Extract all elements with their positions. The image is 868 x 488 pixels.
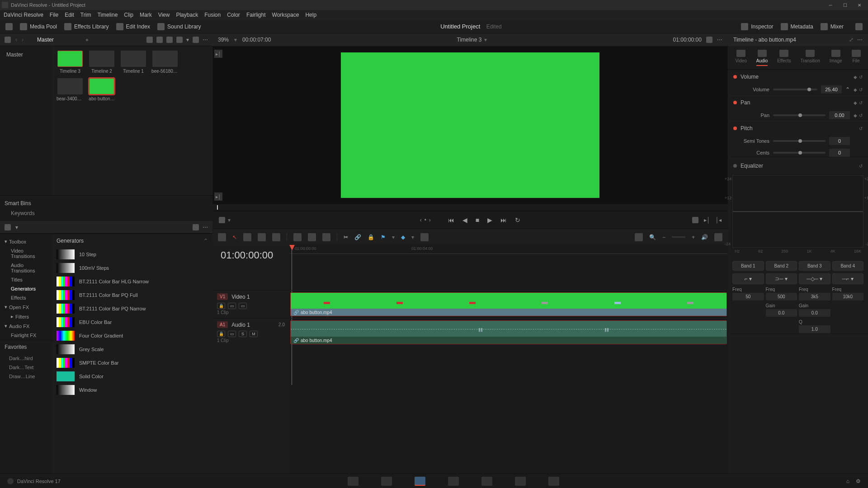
- menu-playback[interactable]: Playback: [176, 12, 198, 18]
- chevron-down-icon[interactable]: ▾: [411, 234, 414, 240]
- zoom-out-icon[interactable]: 🔍: [649, 234, 656, 240]
- menu-view[interactable]: View: [158, 12, 170, 18]
- fx-toolbox[interactable]: ▾Toolbox: [0, 237, 52, 246]
- eq-band-button[interactable]: Band 4: [832, 261, 864, 271]
- audio-track-header[interactable]: A1 Audio 1 2.0 🔒 ▭ S M 1 Clip: [212, 318, 289, 346]
- generator-item[interactable]: SMPTE Color Bar: [52, 356, 212, 370]
- timeline-ruler[interactable]: 01:00:00:00 01:00:04:00: [289, 245, 728, 254]
- enable-dot-icon[interactable]: [733, 101, 737, 104]
- volume-value[interactable]: 25.40: [821, 85, 842, 94]
- lock-track-icon[interactable]: 🔒: [217, 303, 225, 309]
- audio-clip[interactable]: ⦀⦀ ⦀⦀ 🔗abo button.mp4: [290, 320, 727, 344]
- disable-track-icon[interactable]: ▭: [239, 303, 247, 309]
- edit-index-toggle[interactable]: Edit Index: [116, 23, 150, 30]
- play-button[interactable]: ▶: [487, 216, 492, 224]
- media-clip[interactable]: Timeline 1: [120, 51, 147, 74]
- cut-page-tab[interactable]: [381, 477, 392, 486]
- settings-icon[interactable]: ⚙: [856, 478, 861, 484]
- fx-generators[interactable]: Generators: [0, 284, 52, 293]
- search-icon[interactable]: [176, 37, 183, 43]
- menu-fusion[interactable]: Fusion: [204, 12, 221, 18]
- dynamic-trim-icon[interactable]: [258, 233, 266, 241]
- fusion-page-tab[interactable]: [448, 477, 459, 486]
- smart-bin-keywords[interactable]: Keywords: [5, 210, 208, 216]
- audio-icon[interactable]: 🔊: [701, 234, 708, 240]
- list-view-icon[interactable]: [166, 37, 173, 43]
- fx-openfx[interactable]: ▾Open FX: [0, 302, 52, 312]
- snap-icon[interactable]: [635, 233, 643, 241]
- volume-slider[interactable]: [773, 89, 817, 90]
- next-icon[interactable]: ▸│: [704, 217, 710, 223]
- blade-icon[interactable]: ✂: [344, 234, 348, 240]
- timeline-tracks[interactable]: 01:00:00:00 01:00:04:00 🔗abo button.mp4: [289, 245, 728, 474]
- edit-page-tab[interactable]: [415, 477, 425, 486]
- playhead-icon[interactable]: [289, 245, 295, 250]
- step-back-button[interactable]: ◀: [462, 216, 467, 224]
- menu-color[interactable]: Color: [227, 12, 240, 18]
- toggle-track-icon[interactable]: ▭: [228, 303, 236, 309]
- generator-item[interactable]: 10 Step: [52, 248, 212, 261]
- zoom-slider[interactable]: [672, 236, 685, 238]
- mute-icon[interactable]: M: [250, 331, 258, 337]
- viewer-timeline-name[interactable]: Timeline 3: [457, 37, 482, 43]
- chevron-down-icon[interactable]: ▾: [392, 234, 395, 240]
- color-page-tab[interactable]: [481, 477, 492, 486]
- band-curve-1[interactable]: ⌐ ▾: [732, 273, 764, 284]
- gain-value[interactable]: 0.0: [799, 309, 830, 317]
- media-page-tab[interactable]: [348, 477, 359, 486]
- link-icon[interactable]: 🔗: [354, 234, 361, 240]
- clip-view-icon[interactable]: [146, 37, 153, 43]
- gain-value[interactable]: 0.0: [766, 309, 797, 317]
- keyframe-icon[interactable]: ◆: [854, 113, 857, 118]
- keyframe-icon[interactable]: ◆: [854, 100, 857, 105]
- inspector-tab-audio[interactable]: Audio: [756, 50, 768, 66]
- menu-davinci-resolve[interactable]: DaVinci Resolve: [4, 12, 43, 18]
- enable-dot-icon[interactable]: [733, 75, 737, 79]
- generator-item[interactable]: BT.2111 Color Bar PQ Narrow: [52, 302, 212, 315]
- menu-icon[interactable]: ⋯: [203, 37, 208, 43]
- viewer[interactable]: ▸│ ▸│: [212, 46, 728, 204]
- inspector-tab-image[interactable]: Image: [830, 50, 842, 66]
- favorite-item[interactable]: Dark…hird: [0, 354, 52, 363]
- enable-dot-icon[interactable]: [733, 127, 737, 130]
- fairlight-page-tab[interactable]: [515, 477, 526, 486]
- match-frame-out-icon[interactable]: ▸│: [214, 192, 222, 201]
- insert-mode-icon[interactable]: [219, 217, 225, 223]
- overwrite-clip-icon[interactable]: [308, 233, 316, 241]
- semitones-value[interactable]: 0: [829, 137, 850, 145]
- chevron-down-icon[interactable]: ▾: [15, 224, 18, 230]
- minus-icon[interactable]: −: [662, 234, 665, 240]
- generator-item[interactable]: Window: [52, 383, 212, 397]
- stop-button[interactable]: ■: [476, 216, 479, 224]
- favorite-item[interactable]: Dark…Text: [0, 363, 52, 372]
- inspector-tab-file[interactable]: File: [852, 50, 861, 66]
- inspector-toggle[interactable]: Inspector: [741, 23, 773, 30]
- layout-icon[interactable]: [5, 23, 13, 30]
- expand-icon[interactable]: ⤢: [849, 37, 854, 43]
- fx-audio-transitions[interactable]: Audio Transitions: [0, 261, 52, 275]
- eq-band-button[interactable]: Band 3: [799, 261, 830, 271]
- window-close-button[interactable]: ✕: [853, 1, 866, 9]
- metadata-toggle[interactable]: Metadata: [781, 23, 813, 30]
- media-clip[interactable]: Timeline 3: [57, 51, 84, 74]
- freq-value[interactable]: 10k0: [832, 293, 864, 300]
- menu-mark[interactable]: Mark: [140, 12, 152, 18]
- video-clip[interactable]: 🔗abo button.mp4: [290, 292, 727, 316]
- bin-master[interactable]: Master: [4, 50, 48, 60]
- cents-slider[interactable]: [773, 152, 826, 154]
- viewer-mode-icon[interactable]: [706, 37, 712, 43]
- q-value[interactable]: 1.0: [799, 325, 830, 333]
- blade-tool-icon[interactable]: [272, 233, 280, 241]
- media-clip[interactable]: bee-561801…: [151, 51, 179, 74]
- window-maximize-button[interactable]: ☐: [838, 1, 852, 9]
- timeline-timecode[interactable]: 01:00:00:00: [212, 245, 281, 266]
- fullscreen-icon[interactable]: [855, 23, 863, 30]
- freq-value[interactable]: 500: [766, 293, 797, 300]
- trim-tool-icon[interactable]: [243, 233, 251, 241]
- menu-trim[interactable]: Trim: [80, 12, 91, 18]
- prev-edit-icon[interactable]: ‹: [420, 217, 422, 223]
- chevron-down-icon[interactable]: ▾: [186, 37, 189, 43]
- freq-value[interactable]: 3k5: [799, 293, 830, 300]
- menu-workspace[interactable]: Workspace: [272, 12, 299, 18]
- solo-icon[interactable]: S: [239, 331, 247, 337]
